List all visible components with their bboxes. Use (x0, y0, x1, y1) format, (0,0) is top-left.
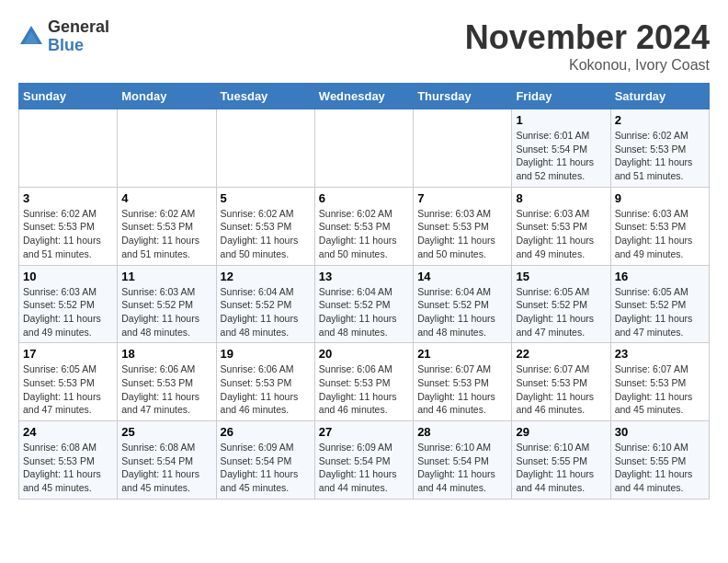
day-info: Sunrise: 6:05 AMSunset: 5:52 PMDaylight:… (516, 285, 606, 339)
day-number: 17 (23, 347, 113, 361)
day-number: 5 (221, 191, 311, 205)
day-info: Sunrise: 6:05 AMSunset: 5:53 PMDaylight:… (23, 362, 113, 417)
day-number: 2 (615, 113, 705, 127)
calendar-cell: 20Sunrise: 6:06 AMSunset: 5:53 PMDayligh… (314, 343, 413, 421)
calendar-cell: 29Sunrise: 6:10 AMSunset: 5:55 PMDayligh… (512, 421, 610, 500)
column-header-sunday: Sunday (19, 84, 118, 109)
calendar-cell: 27Sunrise: 6:09 AMSunset: 5:54 PMDayligh… (314, 421, 413, 500)
day-info: Sunrise: 6:10 AMSunset: 5:55 PMDaylight:… (516, 441, 606, 495)
day-number: 15 (516, 270, 606, 283)
calendar-cell: 10Sunrise: 6:03 AMSunset: 5:52 PMDayligh… (19, 265, 118, 343)
day-number: 11 (121, 270, 211, 283)
day-info: Sunrise: 6:07 AMSunset: 5:53 PMDaylight:… (615, 362, 705, 417)
column-header-monday: Monday (118, 84, 216, 109)
day-number: 29 (516, 425, 606, 439)
calendar-cell: 30Sunrise: 6:10 AMSunset: 5:55 PMDayligh… (610, 421, 709, 500)
calendar-cell: 12Sunrise: 6:04 AMSunset: 5:52 PMDayligh… (216, 265, 314, 343)
logo-general: General (48, 18, 109, 37)
calendar-cell: 5Sunrise: 6:02 AMSunset: 5:53 PMDaylight… (216, 187, 314, 265)
title-block: November 2024 Kokonou, Ivory Coast (465, 18, 710, 74)
column-header-tuesday: Tuesday (216, 84, 314, 109)
day-number: 8 (516, 191, 606, 205)
day-number: 3 (23, 191, 113, 205)
day-number: 26 (221, 425, 311, 439)
calendar-week-row: 24Sunrise: 6:08 AMSunset: 5:53 PMDayligh… (19, 421, 710, 500)
calendar-cell: 15Sunrise: 6:05 AMSunset: 5:52 PMDayligh… (512, 265, 610, 343)
calendar-table: SundayMondayTuesdayWednesdayThursdayFrid… (18, 83, 710, 500)
day-number: 10 (23, 270, 113, 283)
day-info: Sunrise: 6:04 AMSunset: 5:52 PMDaylight:… (417, 285, 507, 339)
calendar-cell: 19Sunrise: 6:06 AMSunset: 5:53 PMDayligh… (216, 343, 314, 421)
calendar-cell: 24Sunrise: 6:08 AMSunset: 5:53 PMDayligh… (19, 421, 118, 500)
calendar-cell: 22Sunrise: 6:07 AMSunset: 5:53 PMDayligh… (512, 343, 610, 421)
day-info: Sunrise: 6:05 AMSunset: 5:52 PMDaylight:… (615, 285, 705, 339)
day-info: Sunrise: 6:01 AMSunset: 5:54 PMDaylight:… (516, 129, 606, 183)
calendar-cell (19, 109, 118, 188)
calendar-week-row: 10Sunrise: 6:03 AMSunset: 5:52 PMDayligh… (19, 265, 710, 343)
logo-text: General Blue (48, 18, 109, 55)
calendar-cell: 23Sunrise: 6:07 AMSunset: 5:53 PMDayligh… (610, 343, 709, 421)
calendar-cell: 4Sunrise: 6:02 AMSunset: 5:53 PMDaylight… (118, 187, 216, 265)
calendar-cell (216, 109, 314, 188)
calendar-cell: 18Sunrise: 6:06 AMSunset: 5:53 PMDayligh… (118, 343, 216, 421)
calendar-cell: 7Sunrise: 6:03 AMSunset: 5:53 PMDaylight… (414, 187, 512, 265)
column-header-thursday: Thursday (414, 84, 512, 109)
day-info: Sunrise: 6:02 AMSunset: 5:53 PMDaylight:… (121, 207, 211, 261)
location-title: Kokonou, Ivory Coast (465, 57, 710, 74)
day-info: Sunrise: 6:03 AMSunset: 5:53 PMDaylight:… (516, 207, 606, 261)
calendar-cell: 28Sunrise: 6:10 AMSunset: 5:54 PMDayligh… (414, 421, 512, 500)
day-number: 9 (615, 191, 705, 205)
calendar-cell: 9Sunrise: 6:03 AMSunset: 5:53 PMDaylight… (610, 187, 709, 265)
calendar-header-row: SundayMondayTuesdayWednesdayThursdayFrid… (19, 84, 710, 109)
calendar-cell: 17Sunrise: 6:05 AMSunset: 5:53 PMDayligh… (19, 343, 118, 421)
day-info: Sunrise: 6:02 AMSunset: 5:53 PMDaylight:… (221, 207, 311, 261)
day-number: 28 (417, 425, 507, 439)
calendar-cell: 6Sunrise: 6:02 AMSunset: 5:53 PMDaylight… (314, 187, 413, 265)
day-info: Sunrise: 6:06 AMSunset: 5:53 PMDaylight:… (121, 362, 211, 417)
calendar-cell: 26Sunrise: 6:09 AMSunset: 5:54 PMDayligh… (216, 421, 314, 500)
day-number: 7 (417, 191, 507, 205)
day-info: Sunrise: 6:09 AMSunset: 5:54 PMDaylight:… (319, 441, 409, 495)
calendar-cell (414, 109, 512, 188)
day-info: Sunrise: 6:02 AMSunset: 5:53 PMDaylight:… (319, 207, 409, 261)
day-number: 22 (516, 347, 606, 361)
column-header-wednesday: Wednesday (314, 84, 413, 109)
day-number: 18 (121, 347, 211, 361)
calendar-cell: 2Sunrise: 6:02 AMSunset: 5:53 PMDaylight… (610, 109, 709, 188)
calendar-cell: 3Sunrise: 6:02 AMSunset: 5:53 PMDaylight… (19, 187, 118, 265)
day-number: 14 (417, 270, 507, 283)
calendar-week-row: 1Sunrise: 6:01 AMSunset: 5:54 PMDaylight… (19, 109, 710, 188)
calendar-cell (118, 109, 216, 188)
day-number: 6 (319, 191, 409, 205)
day-number: 20 (319, 347, 409, 361)
day-number: 4 (121, 191, 211, 205)
calendar-week-row: 3Sunrise: 6:02 AMSunset: 5:53 PMDaylight… (19, 187, 710, 265)
day-number: 25 (121, 425, 211, 439)
day-info: Sunrise: 6:03 AMSunset: 5:53 PMDaylight:… (615, 207, 705, 261)
day-info: Sunrise: 6:04 AMSunset: 5:52 PMDaylight:… (319, 285, 409, 339)
day-info: Sunrise: 6:06 AMSunset: 5:53 PMDaylight:… (319, 362, 409, 417)
day-info: Sunrise: 6:04 AMSunset: 5:52 PMDaylight:… (221, 285, 311, 339)
day-number: 16 (615, 270, 705, 283)
day-info: Sunrise: 6:07 AMSunset: 5:53 PMDaylight:… (417, 362, 507, 417)
day-info: Sunrise: 6:09 AMSunset: 5:54 PMDaylight:… (221, 441, 311, 495)
calendar-cell (314, 109, 413, 188)
day-info: Sunrise: 6:03 AMSunset: 5:53 PMDaylight:… (417, 207, 507, 261)
calendar-cell: 11Sunrise: 6:03 AMSunset: 5:52 PMDayligh… (118, 265, 216, 343)
column-header-saturday: Saturday (610, 84, 709, 109)
calendar-cell: 1Sunrise: 6:01 AMSunset: 5:54 PMDaylight… (512, 109, 610, 188)
calendar-week-row: 17Sunrise: 6:05 AMSunset: 5:53 PMDayligh… (19, 343, 710, 421)
day-info: Sunrise: 6:10 AMSunset: 5:55 PMDaylight:… (615, 441, 705, 495)
day-info: Sunrise: 6:08 AMSunset: 5:53 PMDaylight:… (23, 441, 113, 495)
day-info: Sunrise: 6:02 AMSunset: 5:53 PMDaylight:… (23, 207, 113, 261)
day-number: 30 (615, 425, 705, 439)
day-info: Sunrise: 6:02 AMSunset: 5:53 PMDaylight:… (615, 129, 705, 183)
day-info: Sunrise: 6:08 AMSunset: 5:54 PMDaylight:… (121, 441, 211, 495)
column-header-friday: Friday (512, 84, 610, 109)
page-header: General Blue November 2024 Kokonou, Ivor… (18, 18, 710, 74)
day-info: Sunrise: 6:07 AMSunset: 5:53 PMDaylight:… (516, 362, 606, 417)
day-number: 23 (615, 347, 705, 361)
calendar-cell: 13Sunrise: 6:04 AMSunset: 5:52 PMDayligh… (314, 265, 413, 343)
day-number: 21 (417, 347, 507, 361)
day-number: 24 (23, 425, 113, 439)
